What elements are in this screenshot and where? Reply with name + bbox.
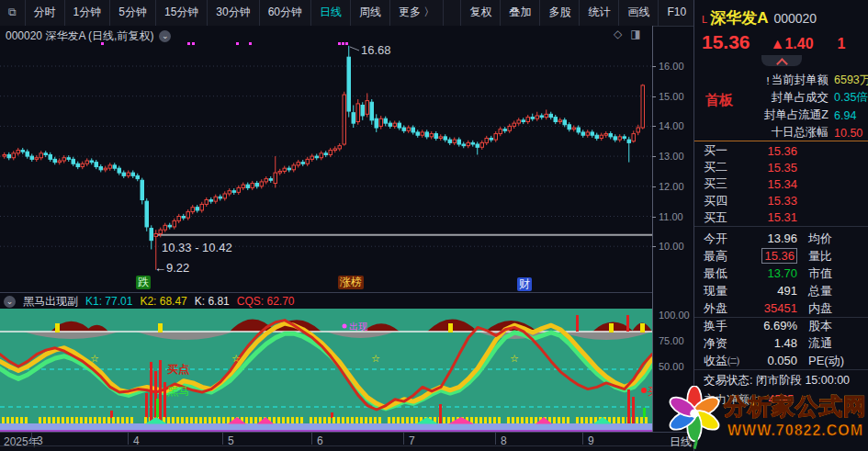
divider	[694, 141, 868, 141]
stock-name: 深华发A	[710, 9, 768, 27]
price-axis-label: 12.00	[659, 181, 684, 192]
toolbar-tab-1[interactable]: 1分钟	[65, 0, 111, 26]
board-row: 十日总涨幅10.50	[694, 124, 868, 141]
price-axis-label: 14.00	[659, 120, 684, 131]
svg-text:☆: ☆	[371, 353, 380, 364]
chart-divider	[0, 292, 652, 293]
stat-row: 外盘35451内盘	[694, 299, 868, 317]
month-label: 5	[228, 434, 234, 447]
bid-levels: 买一15.36买二15.35买三15.34买四15.33买五15.31	[694, 142, 868, 226]
toolbar-tab-2[interactable]: 5分钟	[110, 0, 156, 26]
bid-row: 买一15.36	[694, 142, 868, 159]
price-axis-label: 11.00	[659, 211, 683, 222]
toolbar-tab-0[interactable]: 分时	[26, 0, 65, 26]
trading-app-window: ⧉ 分时1分钟5分钟15分钟30分钟60分钟日线周线更多 〉复权叠加多股统计画线…	[0, 0, 868, 451]
toolbar-button-1[interactable]: 叠加	[501, 0, 540, 26]
bid-row: 买二15.35	[694, 159, 868, 175]
stat-row: 今开13.96均价	[694, 230, 868, 247]
toolbar-tab-4[interactable]: 30分钟	[208, 0, 259, 26]
svg-text:10.33 - 10.42: 10.33 - 10.42	[162, 241, 232, 254]
indicator-axis-label: 100.00	[659, 310, 690, 321]
event-badge[interactable]: 涨榜	[338, 276, 364, 289]
stat-row: 换手6.69%股本	[694, 317, 868, 334]
bid-row: 买五15.31	[694, 209, 868, 226]
svg-text:出现: 出现	[349, 321, 368, 332]
month-label: 8	[501, 434, 507, 447]
price-axis-label: 15.00	[659, 91, 684, 102]
price-axis-label: 16.00	[659, 61, 684, 72]
board-tag: 首板	[705, 92, 733, 109]
event-badge[interactable]: 跌	[136, 276, 151, 289]
watermark: 分析家公式网 WWW.70822.COM	[667, 384, 868, 451]
flower-logo-icon	[667, 386, 722, 450]
toolbar-tab-5[interactable]: 60分钟	[260, 0, 311, 26]
svg-text:☆: ☆	[90, 353, 99, 364]
date-axis: 2025年 3456789	[0, 432, 693, 451]
chart-title-row: 000020 深华发A (日线,前复权) ⌄	[6, 28, 171, 44]
svg-text:16.68: 16.68	[361, 43, 391, 57]
stock-code: 000020	[773, 11, 817, 26]
indicator-header: ⌄ 黑马出现副 K1: 77.01K2: 68.47K: 6.81CQS: 62…	[0, 294, 656, 309]
svg-text:买点: 买点	[167, 363, 189, 376]
month-label: 7	[409, 434, 415, 447]
chevron-up-icon	[776, 58, 788, 70]
indicator-value: K1: 77.01	[85, 295, 132, 308]
stat-row: 收益㈡0.050PE(动)	[694, 352, 868, 369]
month-label: 3	[37, 434, 43, 447]
stat-row: 现量491总量	[694, 282, 868, 299]
indicator-axis-label: 75.00	[659, 335, 684, 346]
toolbar-tab-6[interactable]: 日线	[311, 0, 351, 26]
collapse-chart-icon[interactable]: ⌄	[159, 30, 171, 42]
svg-text:☆: ☆	[231, 353, 241, 364]
candlestick-chart[interactable]: 16.6810.33 - 10.42←9.22	[0, 26, 652, 292]
top-toolbar: ⧉ 分时1分钟5分钟15分钟30分钟60分钟日线周线更多 〉复权叠加多股统计画线…	[0, 0, 693, 27]
alert-icon: !	[766, 75, 769, 86]
toolbar-button-3[interactable]: 统计	[580, 0, 619, 26]
toolbar-tab-3[interactable]: 15分钟	[156, 0, 208, 26]
price-change: ▲1.40	[771, 36, 814, 51]
svg-text:←9.22: ←9.22	[154, 261, 189, 275]
month-label: 9	[588, 434, 594, 447]
month-label: 4	[133, 434, 140, 447]
toolbar-button-2[interactable]: 多股	[540, 0, 580, 26]
price-change-percent: 1	[838, 36, 846, 51]
indicator-chart[interactable]: ☆☆☆☆买点黑马出现买	[0, 309, 652, 432]
collapse-indicator-icon[interactable]: ⌄	[4, 296, 16, 308]
price-axis-label: 10.00	[659, 241, 684, 252]
indicator-axis-label: 50.00	[659, 361, 684, 372]
toolbar-tab-8[interactable]: 更多 〉	[390, 0, 444, 26]
detail-stats: 今开13.96均价最高15.36量比最低13.70市值现量491总量外盘3545…	[694, 230, 868, 369]
event-badge[interactable]: 财	[517, 277, 532, 291]
indicator-value: K: 6.81	[195, 295, 230, 308]
svg-text:☆: ☆	[510, 353, 519, 364]
bid-row: 买四15.33	[694, 193, 868, 209]
last-price: 15.36	[702, 31, 750, 52]
stock-marker: L	[702, 14, 707, 25]
year-label: 2025年	[4, 434, 39, 450]
divider	[694, 226, 868, 227]
stock-name-row: L深华发A000020	[702, 7, 817, 28]
divider	[694, 369, 868, 370]
diamond-icon[interactable]: ◇	[614, 28, 622, 40]
watermark-site-url: WWW.70822.COM	[727, 423, 863, 439]
chart-title: 000020 深华发A (日线,前复权)	[6, 28, 153, 44]
stat-row: 最低13.70市值	[694, 265, 868, 282]
indicator-value: K2: 68.47	[140, 295, 186, 308]
board-row: !当前封单额6593万	[694, 72, 868, 89]
stat-row: 净资1.48流通	[694, 334, 868, 352]
indicator-name: 黑马出现副	[23, 294, 78, 310]
collapse-tab[interactable]	[761, 55, 802, 66]
month-label: 6	[317, 434, 323, 447]
bid-row: 买三15.34	[694, 175, 868, 192]
toolbar-gap	[444, 0, 461, 26]
window-icon[interactable]: ⧉	[0, 0, 26, 26]
price-row: 15.36▲1.401	[702, 31, 868, 53]
watermark-site-name: 分析家公式网	[724, 391, 867, 422]
divider	[694, 317, 868, 318]
toolbar-button-0[interactable]: 复权	[461, 0, 501, 26]
price-axis-label: 13.00	[659, 151, 684, 162]
svg-text:黑马: 黑马	[167, 385, 189, 398]
chart-corner-icons: ◇ ◨	[614, 28, 641, 40]
split-panel-icon[interactable]: ◨	[630, 28, 640, 40]
toolbar-tab-7[interactable]: 周线	[351, 0, 390, 26]
